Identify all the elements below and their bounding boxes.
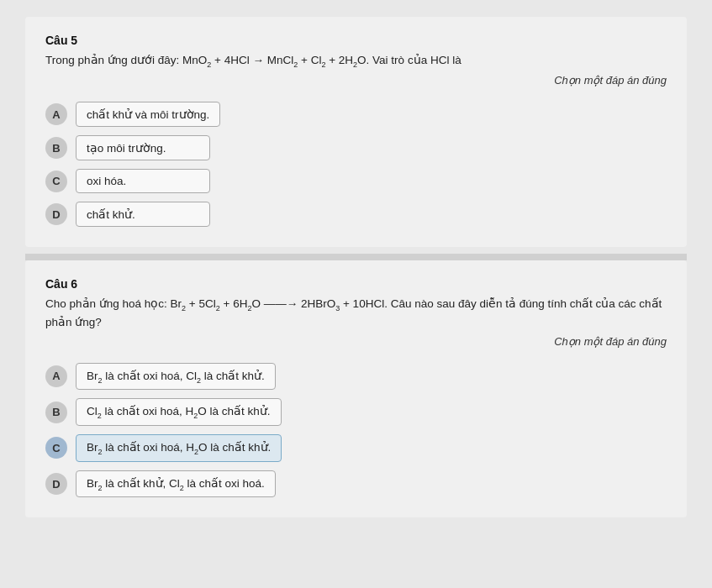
option-6-b-box[interactable]: Cl2 là chất oxi hoá, H2O là chất khử. xyxy=(76,398,282,426)
option-6-b-letter: B xyxy=(45,402,67,423)
option-5-a[interactable]: A chất khử và môi trường. xyxy=(45,102,667,127)
question-6-title: Câu 6 xyxy=(45,277,667,291)
option-6-a[interactable]: A Br2 là chất oxi hoá, Cl2 là chất khử. xyxy=(45,363,667,391)
option-6-b[interactable]: B Cl2 là chất oxi hoá, H2O là chất khử. xyxy=(45,398,667,426)
option-5-c-letter: C xyxy=(45,171,67,192)
question-5-select-label: Chọn một đáp án đúng xyxy=(45,74,667,87)
question-6-options: A Br2 là chất oxi hoá, Cl2 là chất khử. … xyxy=(45,363,667,498)
option-6-d-letter: D xyxy=(45,473,67,495)
question-6-text: Cho phản ứng hoá học: Br2 + 5Cl2 + 6H2O … xyxy=(45,296,667,331)
option-6-d[interactable]: D Br2 là chất khử, Cl2 là chất oxi hoá. xyxy=(45,470,667,498)
option-6-a-letter: A xyxy=(45,365,67,387)
option-5-c[interactable]: C oxi hóa. xyxy=(45,169,667,193)
question-5-block: Câu 5 Trong phản ứng dưới đây: MnO2 + 4H… xyxy=(25,17,687,247)
separator xyxy=(25,254,687,260)
question-5-text: Trong phản ứng dưới đây: MnO2 + 4HCl → M… xyxy=(45,52,667,71)
question-5-title: Câu 5 xyxy=(45,34,667,47)
option-5-d-letter: D xyxy=(45,203,67,225)
option-6-d-box[interactable]: Br2 là chất khử, Cl2 là chất oxi hoá. xyxy=(76,470,276,498)
option-5-a-box[interactable]: chất khử và môi trường. xyxy=(76,102,220,127)
option-6-c[interactable]: C Br2 là chất oxi hoá, H2O là chất khử. xyxy=(45,434,667,462)
option-6-a-box[interactable]: Br2 là chất oxi hoá, Cl2 là chất khử. xyxy=(76,363,276,391)
option-5-c-box[interactable]: oxi hóa. xyxy=(76,169,210,193)
option-5-b-letter: B xyxy=(45,137,67,159)
option-5-b[interactable]: B tạo môi trường. xyxy=(45,135,667,160)
question-6-block: Câu 6 Cho phản ứng hoá học: Br2 + 5Cl2 +… xyxy=(25,260,687,517)
option-6-c-letter: C xyxy=(45,437,67,459)
question-6-select-label: Chọn một đáp án đúng xyxy=(45,335,667,348)
option-6-c-box[interactable]: Br2 là chất oxi hoá, H2O là chất khử. xyxy=(76,434,282,462)
option-5-d-box[interactable]: chất khử. xyxy=(76,202,210,227)
page-container: Câu 5 Trong phản ứng dưới đây: MnO2 + 4H… xyxy=(0,0,712,588)
option-5-d[interactable]: D chất khử. xyxy=(45,202,667,227)
option-5-b-box[interactable]: tạo môi trường. xyxy=(76,135,210,160)
option-5-a-letter: A xyxy=(45,103,67,125)
question-5-options: A chất khử và môi trường. B tạo môi trườ… xyxy=(45,102,667,227)
